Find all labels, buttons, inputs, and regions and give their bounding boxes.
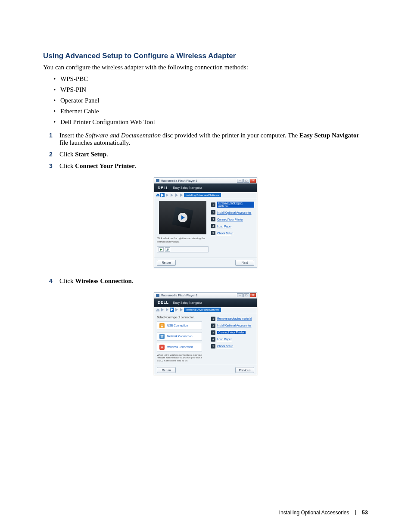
svg-rect-2 bbox=[162, 336, 162, 337]
method-item: Ethernet Cable bbox=[60, 108, 368, 115]
dialog-footer: Return Next bbox=[154, 258, 257, 268]
page-footer: Installing Optional Accessories 53 bbox=[279, 509, 368, 516]
video-caption: Click a link on the right to start viewi… bbox=[157, 237, 209, 244]
chevron-icon bbox=[179, 308, 184, 312]
setup-step[interactable]: 3 Connect Your Printer bbox=[211, 217, 254, 221]
section-heading: Using Advanced Setup to Configure a Wire… bbox=[43, 52, 368, 60]
connection-label: USB Connection bbox=[167, 324, 188, 327]
minimize-button[interactable]: — bbox=[237, 293, 243, 297]
maximize-button[interactable]: ▢ bbox=[243, 179, 249, 183]
wireless-connection-option[interactable]: Wireless Connection bbox=[157, 343, 202, 352]
chevron-icon bbox=[165, 308, 169, 312]
brand-bar: DELL Easy Setup Navigator bbox=[154, 184, 257, 192]
setup-step[interactable]: 5 Check Setup bbox=[211, 231, 254, 235]
setup-step[interactable]: 1 Remove packaging material bbox=[211, 317, 254, 321]
breadcrumb: Installing Driver and Software bbox=[154, 307, 257, 313]
setup-step[interactable]: 1 Remove packaging material bbox=[211, 202, 254, 208]
step-link[interactable]: Remove packaging material bbox=[217, 317, 252, 320]
left-panel-heading: Select your type of connection. bbox=[157, 316, 209, 319]
next-button[interactable]: Next bbox=[235, 260, 254, 266]
step-text: . bbox=[135, 162, 137, 169]
setup-step[interactable]: 5 Check Setup bbox=[211, 344, 254, 348]
usb-icon bbox=[159, 323, 165, 328]
step-link[interactable]: Check Setup bbox=[217, 345, 233, 348]
step-number-badge: 5 bbox=[211, 344, 215, 348]
step-2: Click Start Setup. bbox=[52, 151, 368, 158]
step-link[interactable]: Remove packaging material bbox=[217, 202, 254, 208]
page-number: 53 bbox=[362, 509, 368, 516]
home-icon[interactable] bbox=[156, 193, 160, 197]
step-link[interactable]: Install Optional Accessories bbox=[217, 324, 251, 327]
close-button[interactable]: ✕ bbox=[250, 179, 256, 183]
media-controls: ▶ 🔊 bbox=[157, 246, 209, 252]
home-icon[interactable] bbox=[156, 308, 160, 312]
setup-step[interactable]: 4 Load Paper bbox=[211, 337, 254, 342]
method-item: Dell Printer Configuration Web Tool bbox=[60, 118, 368, 126]
connection-label: Wireless Connection bbox=[167, 345, 193, 348]
minimize-button[interactable]: — bbox=[237, 179, 243, 183]
method-item: WPS-PBC bbox=[60, 75, 368, 83]
intro-text: You can configure the wireless adapter w… bbox=[43, 64, 368, 71]
network-icon bbox=[159, 334, 165, 339]
usb-connection-option[interactable]: USB Connection bbox=[157, 321, 202, 330]
step-link[interactable]: Install Optional Accessories bbox=[217, 211, 251, 214]
play-icon[interactable] bbox=[178, 213, 187, 222]
step-text: . bbox=[132, 277, 134, 284]
video-thumbnail[interactable] bbox=[159, 201, 206, 234]
step-link[interactable]: Load Paper bbox=[217, 338, 232, 341]
step-link[interactable]: Connect Your Printer bbox=[217, 218, 243, 221]
svg-rect-1 bbox=[162, 335, 163, 336]
method-item: Operator Panel bbox=[60, 97, 368, 104]
dell-logo: DELL bbox=[158, 186, 169, 190]
step-number-badge: 2 bbox=[211, 210, 215, 215]
step-number-badge: 1 bbox=[211, 202, 215, 207]
setup-step[interactable]: 3 Connect Your Printer bbox=[211, 330, 254, 335]
step-text: Insert the bbox=[59, 132, 85, 139]
step-1: Insert the Software and Documentation di… bbox=[52, 132, 368, 146]
network-connection-option[interactable]: Network Connection bbox=[157, 332, 202, 341]
method-item: WPS-PIN bbox=[60, 86, 368, 93]
previous-button[interactable]: Previous bbox=[235, 367, 254, 373]
chevron-icon bbox=[174, 193, 179, 197]
svg-rect-0 bbox=[161, 335, 162, 336]
return-button[interactable]: Return bbox=[157, 367, 176, 373]
step-text: Click bbox=[59, 162, 75, 169]
step-number-badge: 3 bbox=[211, 217, 215, 221]
step-link[interactable]: Check Setup bbox=[217, 232, 233, 235]
dell-logo: DELL bbox=[158, 300, 169, 305]
window-titlebar: Macromedia Flash Player 8 — ▢ ✕ bbox=[154, 293, 257, 299]
chevron-icon bbox=[179, 193, 184, 197]
setup-steps-list: 1 Remove packaging material 2 Install Op… bbox=[211, 316, 254, 348]
step-4: Click Wireless Connection. bbox=[52, 277, 368, 285]
step-bold: Connect Your Printer bbox=[75, 162, 134, 169]
maximize-button[interactable]: ▢ bbox=[243, 293, 249, 297]
dialog-footer: Return Previous bbox=[154, 365, 257, 375]
setup-step[interactable]: 2 Install Optional Accessories bbox=[211, 324, 254, 328]
app-icon bbox=[156, 294, 159, 297]
return-button[interactable]: Return bbox=[157, 260, 176, 266]
chevron-icon bbox=[165, 193, 169, 197]
step-link[interactable]: Connect Your Printer bbox=[217, 331, 246, 334]
methods-list: WPS-PBC WPS-PIN Operator Panel Ethernet … bbox=[60, 75, 368, 126]
play-button[interactable]: ▶ bbox=[159, 247, 164, 252]
step-number-badge: 4 bbox=[211, 224, 215, 228]
setup-steps-list: 1 Remove packaging material 2 Install Op… bbox=[211, 201, 254, 235]
chevron-icon bbox=[160, 308, 165, 312]
step-text: Click bbox=[59, 277, 75, 284]
audio-button[interactable]: 🔊 bbox=[165, 247, 170, 252]
setup-step[interactable]: 2 Install Optional Accessories bbox=[211, 210, 254, 215]
chevron-icon bbox=[174, 308, 179, 312]
brand-bar: DELL Easy Setup Navigator bbox=[154, 299, 257, 307]
steps-list: Insert the Software and Documentation di… bbox=[52, 132, 368, 170]
brand-subtitle: Easy Setup Navigator bbox=[173, 186, 202, 189]
footer-divider bbox=[355, 510, 356, 515]
close-button[interactable]: ✕ bbox=[250, 293, 256, 297]
step-link[interactable]: Load Paper bbox=[217, 225, 232, 228]
setup-step[interactable]: 4 Load Paper bbox=[211, 224, 254, 228]
screenshot-1: Macromedia Flash Player 8 — ▢ ✕ DELL Eas… bbox=[154, 177, 257, 268]
brand-subtitle: Easy Setup Navigator bbox=[173, 301, 202, 304]
step-3: Click Connect Your Printer. bbox=[52, 162, 368, 170]
step-number-badge: 3 bbox=[211, 330, 215, 335]
chevron-icon bbox=[170, 193, 174, 197]
step-bold: Start Setup bbox=[75, 151, 106, 158]
